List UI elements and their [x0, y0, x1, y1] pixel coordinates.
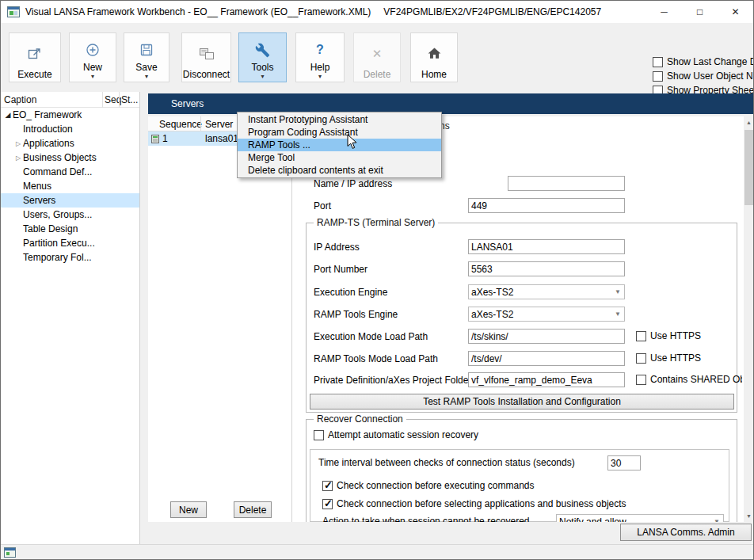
column-sequence[interactable]: Sequence [159, 119, 202, 130]
close-button[interactable]: ✕ [718, 1, 753, 23]
port-input[interactable] [468, 198, 625, 213]
tree-item-label: Business Objects [23, 152, 97, 163]
recovery-action-label: Action to take when session cannot be re… [322, 516, 530, 522]
ramp-tools-mode-path-input[interactable] [468, 351, 625, 366]
disconnect-button[interactable]: Disconnect [181, 32, 231, 82]
port-number-input[interactable] [468, 261, 625, 276]
contains-shared-row[interactable]: Contains SHARED Obje [636, 374, 742, 385]
tree-expanded-icon[interactable] [3, 111, 13, 119]
delete-icon: ✕ [356, 37, 398, 70]
home-button[interactable]: Home [410, 32, 458, 82]
private-definition-row: Private Definition/aXes Project Folder C… [292, 372, 744, 388]
auto-recovery-row[interactable]: Attempt automatic session recovery [314, 429, 478, 440]
tree-item-framework[interactable]: EO_ Framework [1, 108, 139, 122]
execution-mode-path-input[interactable] [468, 329, 625, 344]
tools-menu: Instant Prototyping Assistant Program Co… [237, 112, 442, 178]
status-app-icon [4, 547, 16, 558]
use-https-checkbox-1[interactable] [636, 331, 646, 341]
tree-item-command-def[interactable]: Command Def... [1, 165, 139, 179]
scroll-up-icon[interactable]: ▲ [744, 116, 754, 128]
execution-mode-path-row: Execution Mode Load Path Use HTTPS [292, 329, 744, 345]
dropdown-caret-icon: ▾ [91, 73, 94, 80]
chevron-down-icon: ▼ [615, 310, 621, 318]
server-new-button[interactable]: New [170, 501, 207, 518]
port-number-label: Port Number [314, 264, 367, 275]
show-user-object-checkbox[interactable] [653, 71, 663, 82]
interval-label: Time interval between checks of connecti… [318, 457, 575, 468]
use-https-row-2[interactable]: Use HTTPS [636, 352, 701, 364]
use-https-row-1[interactable]: Use HTTPS [636, 330, 701, 341]
use-https-checkbox-2[interactable] [636, 353, 646, 364]
tree-column-caption[interactable]: Caption [4, 94, 36, 105]
tree-item-business-objects[interactable]: Business Objects [1, 150, 139, 165]
tree-item-label: Command Def... [23, 166, 92, 177]
recovery-action-select[interactable]: Notify and allow... ▼ [556, 514, 724, 522]
maximize-button[interactable]: □ [682, 1, 718, 23]
tree-item-table-design[interactable]: Table Design [1, 222, 139, 236]
save-button[interactable]: Save ▾ [124, 32, 169, 82]
details-scrollbar[interactable]: ▲ ▼ [744, 116, 754, 522]
menu-item-merge-tool[interactable]: Merge Tool [238, 151, 441, 164]
ramp-tools-engine-value: aXes-TS2 [471, 309, 615, 320]
new-button[interactable]: New ▾ [69, 32, 116, 82]
ramp-tools-engine-row: RAMP Tools Engine aXes-TS2 ▼ [292, 307, 744, 322]
recover-connection-legend: Recover Connection [314, 413, 406, 425]
delete-button: ✕ Delete [353, 32, 401, 82]
scrollbar-thumb[interactable] [744, 130, 753, 205]
column-server[interactable]: Server [205, 119, 233, 130]
tree-collapsed-icon[interactable] [13, 154, 23, 162]
mouse-cursor-icon [347, 134, 357, 152]
check-select-row[interactable]: Check connection before selecting applic… [322, 498, 626, 509]
ip-address-input[interactable] [468, 239, 625, 254]
minimize-button[interactable]: ─ [646, 1, 682, 23]
scroll-down-icon[interactable]: ▼ [744, 510, 754, 522]
show-user-object-row[interactable]: Show User Object N [653, 69, 754, 83]
save-label: Save [135, 63, 157, 73]
dropdown-caret-icon: ▾ [145, 73, 148, 80]
ramp-tools-engine-select[interactable]: aXes-TS2 ▼ [468, 307, 625, 322]
disconnect-label: Disconnect [183, 70, 230, 80]
test-ramp-tools-button[interactable]: Test RAMP Tools Installation and Configu… [310, 394, 734, 410]
tree-item-servers[interactable]: Servers [1, 193, 139, 208]
tree-item-users-groups[interactable]: Users, Groups... [1, 208, 139, 222]
use-https-label-2: Use HTTPS [650, 352, 701, 364]
menu-item-ramp-tools[interactable]: RAMP Tools ... [238, 139, 441, 151]
menu-item-instant-prototyping[interactable]: Instant Prototyping Assistant [238, 113, 441, 126]
check-exec-checkbox[interactable] [322, 481, 333, 491]
tree-item-menus[interactable]: Menus [1, 179, 139, 193]
tree-item-temporary-folder[interactable]: Temporary Fol... [1, 250, 139, 265]
execute-label: Execute [17, 70, 51, 80]
execute-button[interactable]: Execute [9, 32, 61, 82]
name-ip-input[interactable] [508, 176, 625, 191]
menu-item-program-coding[interactable]: Program Coding Assistant [238, 126, 441, 139]
tree-item-partition-exec[interactable]: Partition Execu... [1, 236, 139, 250]
show-user-object-label: Show User Object N [667, 70, 753, 82]
tools-button[interactable]: Tools ▾ [238, 32, 287, 82]
auto-recovery-checkbox[interactable] [314, 430, 324, 440]
private-definition-input[interactable] [468, 372, 625, 387]
execution-engine-select[interactable]: aXes-TS2 ▼ [468, 284, 625, 299]
interval-input[interactable] [607, 455, 641, 470]
tree-column-status[interactable]: St... [121, 94, 138, 105]
recovery-action-value: Notify and allow... [559, 516, 714, 523]
tree-collapsed-icon[interactable] [13, 139, 23, 147]
check-exec-row[interactable]: Check connection before executing comman… [322, 480, 534, 491]
check-select-checkbox[interactable] [322, 499, 333, 509]
tree-item-label: Introduction [23, 124, 73, 135]
private-definition-label: Private Definition/aXes Project Folder [314, 375, 471, 386]
help-button[interactable]: ? Help ▾ [295, 32, 345, 82]
lansa-comms-admin-button[interactable]: LANSA Comms. Admin [620, 524, 752, 541]
server-name: lansa01 [205, 133, 238, 144]
show-last-change-row[interactable]: Show Last Change D [653, 55, 754, 69]
section-title: Servers [171, 98, 204, 109]
menu-item-delete-clipboard[interactable]: Delete clipboard contents at exit [238, 164, 441, 177]
ramp-tools-mode-path-label: RAMP Tools Mode Load Path [314, 353, 438, 364]
tree-item-label: Servers [23, 195, 55, 206]
ramp-tools-mode-path-row: RAMP Tools Mode Load Path Use HTTPS [292, 351, 744, 367]
tree-item-introduction[interactable]: Introduction [1, 122, 139, 136]
tree-item-applications[interactable]: Applications [1, 136, 139, 150]
contains-shared-checkbox[interactable] [636, 375, 646, 385]
session-info: VF24PGMLIB/EX2/VF24PGMLIB/ENG/EPC142057 [383, 6, 601, 17]
show-last-change-checkbox[interactable] [653, 57, 663, 67]
server-delete-button[interactable]: Delete [234, 501, 272, 518]
